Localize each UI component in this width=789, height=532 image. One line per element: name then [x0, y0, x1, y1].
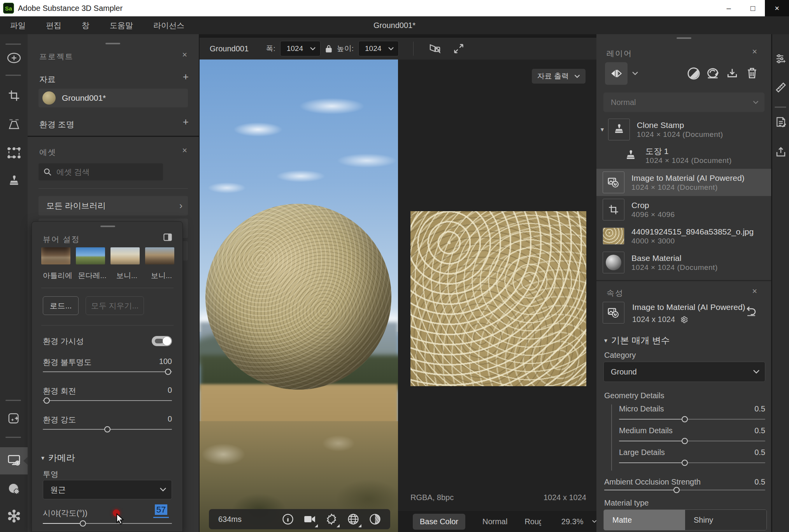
env-preset-mondare[interactable]	[76, 247, 105, 264]
viewport-2d[interactable]: 자료 출력 RGBA, 8bpc 1024 x 1024 Base Color …	[398, 60, 596, 532]
slider-thumb[interactable]	[165, 369, 171, 375]
projection-dropdown[interactable]: 원근	[43, 480, 172, 499]
assets-close-icon[interactable]: ×	[182, 146, 187, 155]
zoom-level[interactable]: 29.3%	[561, 517, 584, 526]
properties-close-icon[interactable]: ×	[752, 287, 757, 296]
shiny-option[interactable]: Shiny	[685, 510, 766, 530]
duplicate-view-icon[interactable]	[428, 43, 442, 54]
layer-row-image-to-material[interactable]: Image to Material (AI Powered) 1024 × 10…	[596, 169, 771, 196]
crop-tool-icon[interactable]	[8, 89, 20, 102]
fov-slider[interactable]	[43, 520, 172, 527]
clone-stamp-tool-icon[interactable]	[8, 175, 20, 187]
viewer-settings-tool-active[interactable]	[0, 447, 28, 474]
slider-thumb[interactable]	[673, 487, 680, 493]
tab-normal[interactable]: Normal	[482, 517, 507, 526]
fullscreen-icon[interactable]	[453, 43, 464, 54]
filters-icon[interactable]	[775, 53, 787, 65]
perspective-tool-icon[interactable]	[7, 118, 21, 131]
flatten-layer-icon[interactable]	[706, 67, 720, 80]
layers-close-icon[interactable]: ×	[752, 47, 757, 56]
mask-icon[interactable]	[687, 67, 700, 80]
add-material-button[interactable]: +	[183, 72, 189, 82]
micro-details-slider[interactable]	[619, 416, 765, 422]
load-environment-button[interactable]: 로드...	[43, 296, 79, 315]
chevron-down-icon[interactable]: ▾	[41, 454, 44, 462]
add-material-icon[interactable]	[7, 52, 21, 64]
layer-row-crop[interactable]: Crop 4096 × 4096	[596, 197, 771, 222]
env-visibility-toggle[interactable]	[152, 336, 172, 346]
lock-icon[interactable]	[325, 44, 332, 53]
chevron-down-icon[interactable]	[632, 72, 638, 75]
menu-help[interactable]: 도움말	[100, 16, 143, 34]
width-dropdown[interactable]: 1024	[280, 41, 321, 56]
material-preview-sphere[interactable]	[205, 204, 391, 390]
expander-icon[interactable]: ▼	[600, 126, 605, 133]
fov-value-field[interactable]: 57	[153, 505, 169, 518]
panel-drag-handle[interactable]	[100, 226, 115, 227]
asset-search-box[interactable]	[39, 163, 163, 180]
tab-roughness[interactable]: Rough	[524, 517, 541, 526]
node-graph-icon[interactable]	[7, 509, 21, 523]
material-row[interactable]: Ground001*	[39, 89, 188, 107]
height-dropdown[interactable]: 1024	[358, 41, 399, 56]
camera-icon[interactable]	[303, 513, 316, 526]
menu-window[interactable]: 창	[72, 16, 100, 34]
search-input[interactable]	[56, 168, 154, 177]
library-row-all[interactable]: 모든 라이브러리 ›	[39, 196, 188, 215]
layer-row-clone-stamp[interactable]: ▼ Clone Stamp 1024 × 1024 (Document)	[596, 117, 771, 142]
import-layer-icon[interactable]	[726, 67, 738, 79]
viewport-3d[interactable]	[200, 60, 398, 532]
add-environment-button[interactable]: +	[183, 117, 189, 127]
medium-details-slider[interactable]	[619, 438, 765, 444]
project-close-icon[interactable]: ×	[182, 51, 187, 59]
slider-thumb[interactable]	[682, 438, 688, 444]
category-dropdown[interactable]: Ground	[603, 362, 765, 382]
settings-gear-icon[interactable]	[680, 315, 688, 324]
env-rotation-slider[interactable]	[43, 397, 172, 404]
ao-strength-slider[interactable]	[604, 487, 765, 493]
slider-thumb[interactable]	[44, 397, 50, 404]
material-output-dropdown[interactable]: 자료 출력	[532, 69, 586, 84]
environment-icon[interactable]	[325, 513, 338, 526]
slider-thumb[interactable]	[682, 416, 688, 422]
layer-row-base-material[interactable]: Base Material 1024 × 1024 (Document)	[596, 250, 771, 275]
panel-layout-icon[interactable]	[163, 233, 172, 242]
share-export-icon[interactable]	[775, 146, 787, 158]
notes-icon[interactable]	[775, 117, 787, 129]
slider-thumb[interactable]	[682, 460, 688, 466]
environment-settings-icon[interactable]	[7, 482, 21, 495]
layer-row-stamp-1[interactable]: 도장 1 1024 × 1024 (Document)	[596, 143, 771, 168]
env-preset-atelier[interactable]	[41, 247, 70, 264]
chevron-down-icon[interactable]	[592, 520, 597, 523]
slider-thumb[interactable]	[80, 520, 86, 527]
slider-thumb[interactable]	[104, 426, 110, 432]
panel-drag-handle[interactable]	[105, 43, 120, 44]
info-icon[interactable]	[281, 513, 295, 526]
reset-icon[interactable]	[745, 305, 757, 317]
blend-preview-button[interactable]	[605, 62, 628, 85]
env-preset-boni1[interactable]	[110, 247, 140, 264]
delete-layer-icon[interactable]	[746, 67, 758, 79]
env-preset-boni2[interactable]	[145, 247, 174, 264]
large-details-slider[interactable]	[619, 460, 765, 466]
texture-preview[interactable]	[410, 211, 586, 386]
clear-all-button[interactable]: 모두 지우기...	[86, 296, 144, 315]
tab-base-color[interactable]: Base Color	[413, 514, 465, 530]
env-opacity-slider[interactable]	[43, 369, 172, 375]
menu-edit[interactable]: 편집	[36, 16, 72, 34]
layer-row-source-image[interactable]: 44091924515_8946a53852_o.jpg 4000 × 3000	[596, 223, 771, 249]
render-sphere-icon[interactable]	[368, 513, 382, 526]
transform-tool-icon[interactable]	[7, 147, 21, 159]
chevron-down-icon[interactable]: ▾	[604, 337, 607, 344]
minimize-button[interactable]: –	[717, 0, 741, 16]
maximize-button[interactable]: □	[741, 0, 765, 16]
menu-license[interactable]: 라이선스	[143, 16, 195, 34]
display-mode-globe-icon[interactable]	[347, 513, 360, 526]
ai-generate-icon[interactable]	[7, 412, 21, 425]
physical-size-icon[interactable]	[775, 82, 787, 93]
blend-mode-dropdown[interactable]: Normal	[603, 93, 764, 112]
matte-option[interactable]: Matte	[604, 510, 685, 530]
close-button[interactable]: ×	[765, 0, 789, 16]
menu-file[interactable]: 파일	[0, 16, 36, 34]
env-intensity-slider[interactable]	[43, 426, 172, 432]
